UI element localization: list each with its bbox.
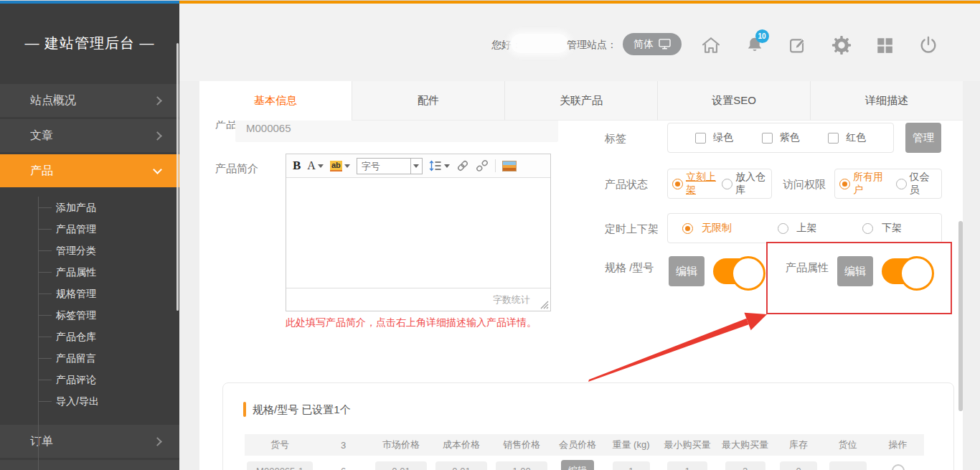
editor-footer: 字数统计 — [286, 288, 550, 311]
col-cost-price: 成本价格 — [430, 438, 492, 451]
min-qty-input[interactable] — [667, 461, 707, 470]
col-member-price: 会员价格 — [551, 438, 604, 451]
manage-site-label: 管理站点： — [567, 39, 617, 52]
sale-price-input[interactable] — [496, 461, 547, 470]
spec-model-edit-button[interactable]: 编辑 — [669, 256, 705, 286]
checkbox-icon[interactable] — [762, 133, 773, 144]
font-size-input[interactable] — [357, 159, 410, 174]
checkbox-icon[interactable] — [828, 133, 839, 144]
editor-toolbar: B A ab — [286, 154, 550, 178]
tag-option-purple[interactable]: 紫色 — [762, 131, 800, 144]
radio-icon[interactable] — [778, 223, 788, 234]
editor-content-area[interactable] — [286, 178, 550, 288]
tab-accessories[interactable]: 配件 — [352, 81, 504, 121]
tag-option-green[interactable]: 绿色 — [695, 131, 733, 144]
main-scrollbar[interactable] — [958, 221, 963, 411]
row-action-circle-icon[interactable] — [892, 464, 905, 470]
col-spec: 3 — [315, 440, 372, 451]
submenu-import-export[interactable]: 导入/导出 — [0, 390, 179, 412]
col-max-qty: 最大购买量 — [717, 438, 773, 451]
submenu-category-management[interactable]: 管理分类 — [0, 240, 179, 261]
weight-input[interactable] — [613, 461, 650, 470]
home-icon[interactable] — [699, 34, 722, 57]
chevron-right-icon — [153, 96, 162, 105]
unlink-icon[interactable] — [476, 159, 489, 172]
highlight-icon[interactable]: ab — [330, 161, 350, 171]
radio-selected-icon[interactable] — [682, 223, 693, 234]
sidebar-item-orders[interactable]: 订单 — [0, 425, 179, 458]
tab-related-products[interactable]: 关联产品 — [504, 81, 657, 121]
bold-icon[interactable]: B — [293, 159, 301, 173]
tab-basic-info[interactable]: 基本信息 — [199, 81, 352, 121]
submenu-product-warehouse[interactable]: 产品仓库 — [0, 326, 179, 347]
col-item-no: 货号 — [245, 438, 315, 451]
radio-schedule-off-shelf[interactable]: 下架 — [862, 222, 902, 235]
max-qty-input[interactable] — [725, 461, 765, 470]
col-weight: 重量 (kg) — [604, 438, 658, 451]
font-size-select[interactable] — [357, 158, 423, 174]
radio-put-in-warehouse[interactable]: 放入仓库 — [722, 171, 767, 197]
annotation-rectangle — [766, 242, 952, 314]
sidebar-item-members[interactable]: 会员 — [0, 460, 179, 470]
item-no-input[interactable] — [247, 461, 313, 470]
radio-selected-icon[interactable] — [672, 179, 683, 189]
submenu-tag-management[interactable]: 标签管理 — [0, 304, 179, 326]
tag-option-red[interactable]: 红色 — [828, 131, 866, 144]
radio-selected-icon[interactable] — [839, 179, 850, 189]
notification-badge: 10 — [755, 29, 769, 43]
tab-detail-description[interactable]: 详细描述 — [810, 81, 963, 121]
sidebar-item-products[interactable]: 产品 — [0, 154, 179, 187]
access-box: 所有用户 仅会员 — [834, 169, 942, 199]
sidebar-scrollbar[interactable] — [176, 43, 179, 311]
submenu-product-reviews[interactable]: 产品评论 — [0, 369, 179, 390]
col-stock: 库存 — [773, 438, 824, 451]
col-sale-price: 销售价格 — [492, 438, 551, 451]
radio-members-only[interactable]: 仅会员 — [896, 171, 937, 197]
submenu-product-attributes[interactable]: 产品属性 — [0, 261, 179, 283]
caret-down-icon — [444, 164, 450, 168]
tab-seo[interactable]: 设置SEO — [657, 81, 810, 121]
apps-grid-icon[interactable] — [873, 34, 896, 57]
submenu-spec-management[interactable]: 规格管理 — [0, 283, 179, 304]
radio-all-users[interactable]: 所有用户 — [839, 171, 890, 197]
edit-icon[interactable] — [786, 34, 809, 57]
market-price-input[interactable] — [375, 461, 427, 470]
admin-screen: — 建站管理后台 — 站点概况 文章 产品 添加产品 产品管理 管理分类 产品属… — [0, 0, 980, 470]
stock-input[interactable] — [780, 461, 817, 470]
submenu-product-management[interactable]: 产品管理 — [0, 218, 179, 240]
col-min-qty: 最小购买量 — [658, 438, 717, 451]
font-size-dropdown-button[interactable] — [410, 159, 422, 174]
spec-value-cell: 6 — [315, 466, 372, 470]
member-price-edit-button[interactable]: 编辑 — [561, 460, 594, 470]
checkbox-icon[interactable] — [695, 133, 706, 144]
link-icon[interactable] — [456, 159, 469, 172]
location-input[interactable] — [829, 461, 867, 470]
submenu-product-messages[interactable]: 产品留言 — [0, 347, 179, 369]
spec-table-row: 6 编辑 — [245, 460, 924, 470]
sidebar-item-articles[interactable]: 文章 — [0, 119, 179, 152]
product-intro-label: 产品简介 — [215, 162, 258, 176]
radio-icon[interactable] — [896, 179, 907, 189]
radio-no-limit[interactable]: 无限制 — [682, 222, 732, 235]
language-site-button[interactable]: 简体 — [623, 33, 682, 55]
notifications-bell-icon[interactable]: 10 — [743, 34, 766, 57]
radio-schedule-on-shelf[interactable]: 上架 — [778, 222, 817, 235]
manage-tags-button[interactable]: 管理 — [905, 123, 941, 153]
power-logout-icon[interactable] — [917, 34, 940, 57]
spec-section-title: 规格/型号 已设置1个 — [253, 403, 351, 417]
gear-icon[interactable] — [830, 34, 853, 57]
product-status-label: 产品状态 — [605, 178, 648, 192]
cost-price-input[interactable] — [435, 461, 487, 470]
toolbar-divider — [495, 159, 496, 172]
line-height-icon[interactable] — [429, 160, 450, 171]
resize-grip-icon[interactable] — [540, 301, 549, 309]
submenu-add-product[interactable]: 添加产品 — [0, 197, 179, 218]
font-color-icon[interactable]: A — [307, 159, 324, 172]
insert-image-icon[interactable] — [502, 161, 517, 171]
spec-model-toggle[interactable] — [713, 258, 763, 284]
sidebar-item-site-overview[interactable]: 站点概况 — [0, 84, 179, 117]
radio-icon[interactable] — [862, 223, 873, 234]
radio-icon[interactable] — [722, 179, 732, 189]
radio-on-shelf-now[interactable]: 立刻上架 — [672, 171, 717, 197]
sidebar-item-label: 站点概况 — [30, 93, 76, 108]
